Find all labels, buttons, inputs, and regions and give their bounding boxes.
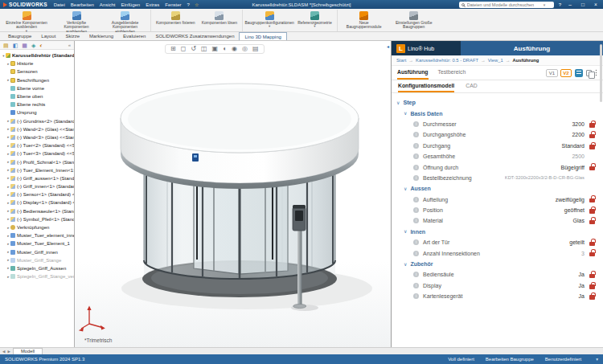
info-icon[interactable] bbox=[413, 207, 419, 213]
config-param-row[interactable]: Durchgangshöhe 2200 bbox=[392, 129, 603, 140]
feature-tree-item[interactable]: ▸ Verknüpfungen bbox=[0, 223, 74, 231]
chevron-down-icon[interactable] bbox=[404, 186, 407, 191]
view-tool-icon[interactable] bbox=[242, 46, 248, 52]
graphics-area[interactable]: *Trimetrisch bbox=[75, 41, 391, 347]
feature-tree-item[interactable]: ▸ (-) Grundriss<2> (Standard) <<Standard… bbox=[0, 117, 74, 125]
lino-tab[interactable]: Testbereich bbox=[438, 66, 466, 80]
version-button[interactable]: V1 bbox=[546, 69, 557, 77]
feature-tree-item[interactable]: ▸ (-) Tuer_Element_Innen<1> (Standard) <… bbox=[0, 166, 74, 174]
feature-tree-item[interactable]: ▸ Muster_Tuer_Element_1 bbox=[0, 239, 74, 247]
config-param-row[interactable]: Zubehör bbox=[392, 259, 603, 269]
feature-tree-item[interactable]: Ebene oben bbox=[0, 92, 74, 100]
command-tab[interactable]: Evaluieren bbox=[118, 32, 150, 40]
lino-tool-icon[interactable] bbox=[575, 69, 583, 77]
breadcrumb-label[interactable]: Start bbox=[396, 58, 406, 63]
feature-tree-item[interactable]: ▸ (-) Symbol_Pfeil<1> (Standard) <<Stand… bbox=[0, 215, 74, 223]
info-icon[interactable] bbox=[413, 218, 419, 223]
feature-tree-item[interactable]: ▸ Muster_Griff_innen bbox=[0, 248, 74, 256]
panel-tab-icon[interactable] bbox=[3, 43, 9, 48]
tab-scroll-left-icon[interactable]: ◀ bbox=[2, 350, 5, 354]
menu-item[interactable]: Ansicht bbox=[100, 2, 116, 7]
ribbon-button[interactable]: Baugruppenkonfigurationen bbox=[244, 10, 294, 31]
info-icon[interactable] bbox=[413, 272, 419, 277]
menu-item[interactable]: Einfügen bbox=[121, 2, 141, 7]
menu-item[interactable]: Fenster bbox=[165, 2, 181, 7]
info-icon[interactable] bbox=[413, 175, 419, 181]
command-tab[interactable]: Baugruppe bbox=[3, 32, 36, 40]
config-param-row[interactable]: Bestellbezeichnung KDT-3200x2200x3/2-B-D… bbox=[392, 173, 603, 183]
chevron-down-icon[interactable] bbox=[404, 111, 407, 116]
lino-subtab[interactable]: Konfigurationsmodell bbox=[398, 80, 454, 92]
lino-tool-icon[interactable] bbox=[595, 69, 597, 76]
lino-tool-icon[interactable] bbox=[586, 70, 592, 76]
favorites-star-icon[interactable]: ☆ bbox=[195, 2, 199, 7]
feature-tree-item[interactable]: ▸ Muster_Tuer_element_innen bbox=[0, 231, 74, 239]
config-param-row[interactable]: Display Ja bbox=[392, 280, 603, 291]
feature-tree-item[interactable]: ▸ (-) Wand<3> (Glas) <<Standard>_Anzeige… bbox=[0, 133, 74, 141]
info-icon[interactable] bbox=[413, 197, 419, 202]
view-tool-icon[interactable] bbox=[201, 46, 207, 52]
menu-item[interactable]: ? bbox=[187, 2, 190, 7]
breadcrumb-item[interactable]: View_1 → bbox=[488, 58, 511, 63]
command-tab[interactable]: Lino 3D Mapping bbox=[239, 32, 286, 40]
panel-tab-icon[interactable] bbox=[39, 43, 43, 48]
feature-tree-item[interactable]: ▸ (-) Tuer<3> (Standard) <<Standard>_Anz… bbox=[0, 149, 74, 157]
feature-tree-item[interactable]: Ursprung bbox=[0, 108, 74, 117]
info-icon[interactable] bbox=[413, 165, 419, 170]
ribbon-button[interactable]: Komponenten fixieren bbox=[153, 10, 199, 31]
config-param-row[interactable]: Step bbox=[392, 97, 603, 108]
chevron-down-icon[interactable] bbox=[314, 25, 315, 29]
feature-tree-item[interactable]: ▸ (-) Bediensaeule<1> (Standard) <<Stand… bbox=[0, 207, 74, 215]
minimize-button[interactable]: – bbox=[566, 2, 574, 7]
feature-tree-item[interactable]: ▸ Spiegeln_Griff_Stange_vertikal bbox=[0, 272, 74, 280]
info-icon[interactable] bbox=[413, 293, 419, 299]
info-icon[interactable] bbox=[413, 251, 419, 256]
info-icon[interactable] bbox=[413, 283, 419, 288]
config-param-row[interactable]: Anzahl Innensektionen 3 bbox=[392, 247, 603, 258]
taskpane-collapse-button[interactable] bbox=[387, 43, 389, 49]
config-param-row[interactable]: Aussen bbox=[392, 183, 603, 194]
feature-tree-item[interactable]: ▸ (-) Display<1> (Standard) <<Standard>_… bbox=[0, 198, 74, 207]
info-icon[interactable] bbox=[413, 153, 419, 159]
menu-item[interactable]: Extras bbox=[146, 2, 159, 7]
breadcrumb-label[interactable]: Karusselldrehtür: 0.5 - DRAFT bbox=[416, 58, 478, 63]
config-param-row[interactable]: Innen bbox=[392, 227, 603, 237]
search-input[interactable] bbox=[467, 2, 541, 7]
ribbon-button[interactable]: Neue Baugruppenmodule bbox=[339, 10, 389, 31]
config-param-row[interactable]: Öffnung durch Bügelgriff bbox=[392, 162, 603, 172]
breadcrumb-item[interactable]: Karusselldrehtür: 0.5 - DRAFT → bbox=[416, 58, 486, 63]
feature-tree-item[interactable]: ▸ (-) Profil_Schmal<1> (Standard) <<Stan… bbox=[0, 157, 74, 166]
feature-tree-item[interactable]: Sensoren bbox=[0, 67, 74, 76]
menu-item[interactable]: Datei bbox=[54, 2, 65, 7]
ribbon-button[interactable]: Komponenten lösen bbox=[199, 10, 243, 31]
menu-item[interactable]: Bearbeiten bbox=[71, 2, 94, 7]
view-tool-icon[interactable] bbox=[181, 46, 187, 52]
config-param-row[interactable]: Art der Tür geteilt bbox=[392, 237, 603, 247]
feature-tree-item[interactable]: Ebene rechts bbox=[0, 100, 74, 108]
feature-tree-item[interactable]: ▾ Karusselldrehtür (Standard) <Anzeigest… bbox=[0, 51, 74, 59]
search-dropdown-icon[interactable] bbox=[544, 2, 546, 7]
info-icon[interactable] bbox=[413, 121, 419, 127]
ribbon-button[interactable]: Referenzgeometrie bbox=[294, 10, 338, 31]
breadcrumb-label[interactable]: View_1 bbox=[488, 58, 503, 63]
chevron-down-icon[interactable]: ▾ bbox=[596, 357, 598, 362]
command-tab[interactable]: Skizze bbox=[60, 32, 84, 40]
panel-tab-icon[interactable] bbox=[31, 43, 35, 48]
ribbon-button[interactable]: Ausgeblendete Komponenten einblenden bbox=[101, 10, 151, 31]
close-button[interactable]: × bbox=[592, 2, 600, 7]
maximize-button[interactable]: □ bbox=[579, 2, 587, 7]
feature-tree-item[interactable]: Ebene vorne bbox=[0, 84, 74, 92]
chevron-down-icon[interactable] bbox=[404, 229, 407, 234]
info-icon[interactable] bbox=[413, 239, 419, 245]
feature-tree-item[interactable]: ▸ (-) Sensor<1> (Standard) <<Standard>_A… bbox=[0, 190, 74, 198]
config-param-row[interactable]: Material Glas bbox=[392, 215, 603, 226]
feature-tree-item[interactable]: ▸ Muster_Griff_Stange bbox=[0, 256, 74, 264]
feature-tree-item[interactable]: ▸ Spiegeln_Griff_Aussen bbox=[0, 264, 74, 272]
panel-tab-icon[interactable] bbox=[13, 43, 18, 48]
breadcrumb-item[interactable]: Ausführung bbox=[513, 58, 542, 63]
breadcrumb-item[interactable]: Start → bbox=[396, 58, 413, 63]
config-param-row[interactable]: Kartenlesegerät Ja bbox=[392, 291, 603, 301]
panel-tab-icon[interactable] bbox=[22, 43, 27, 48]
feature-tree-item[interactable]: ▸ Beschriftungen bbox=[0, 76, 74, 84]
lino-tab[interactable]: Ausführung bbox=[397, 66, 429, 80]
